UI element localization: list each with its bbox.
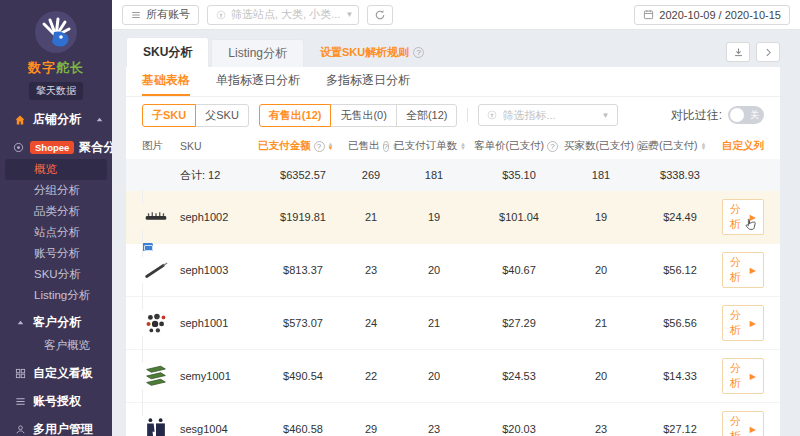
question-circle-icon: ? [383,141,389,152]
metric-value: 22 [348,370,394,382]
sold-filter-group: 有售出(12)无售出(0)全部(12) [259,104,458,127]
product-image-clothes[interactable]: 多属性 [142,402,180,436]
app-title: 数字舵长 [0,59,112,77]
metric-value: 23 [348,264,394,276]
home-icon [13,114,27,126]
column-header[interactable]: 买家数(已支付)?▲▼ [564,139,638,153]
metric-value: $27.12 [638,423,722,435]
sidebar-item-custom-dashboard[interactable]: 自定义看板 [0,362,112,385]
product-image-pen[interactable] [142,243,180,297]
calendar-icon [643,9,654,20]
collapse-panel-button[interactable] [756,42,780,62]
sidebar-item-shop-analysis[interactable]: 店铺分析 [0,108,112,131]
filter-parent-sku-button[interactable]: 父SKU [195,104,249,127]
site-filter-select[interactable]: 筛选站点, 大类, 小类... ▼ [207,5,359,25]
refresh-button[interactable] [367,5,393,25]
sidebar-item-label: 概览 [34,162,57,177]
filter-all-button[interactable]: 全部(12) [396,104,458,127]
sidebar-item-listing-analysis[interactable]: Listing分析 [0,285,112,306]
table-body: seph1002$1919.812119$101.0419$24.49分析▶se… [126,191,780,436]
sidebar-item-label: 账号授权 [33,393,81,410]
summary-row: 合计: 12$6352.57269181$35.10181$338.93 [126,159,780,191]
analyze-button[interactable]: 分析▶ [722,305,764,341]
question-circle-icon: ? [547,141,558,152]
tab-sku-analysis[interactable]: SKU分析 [126,37,209,67]
all-accounts-button[interactable]: 所有账号 [122,5,199,25]
sidebar-item-customer-overview[interactable]: 客户概览 [0,334,112,357]
sidebar-item-label: SKU分析 [34,267,81,282]
user-icon [13,424,27,435]
sidebar-item-site-analysis[interactable]: 站点分析 [0,222,112,243]
sidebar-item-label: 品类分析 [34,204,80,219]
metric-value: 24 [348,317,394,329]
sort-icon[interactable]: ▲▼ [328,142,334,151]
tab-listing-analysis[interactable]: Listing分析 [211,39,304,67]
analyze-button[interactable]: 分析▶ [722,199,764,235]
sort-icon[interactable]: ▲▼ [460,142,466,151]
sort-icon[interactable]: ▲▼ [701,142,707,151]
subtab-basic-table[interactable]: 基础表格 [142,67,190,96]
question-circle-icon: ? [314,141,325,152]
column-header[interactable]: 已支付订单数▲▼ [394,139,474,153]
divider [467,108,468,122]
filter-unsold-button[interactable]: 无售出(0) [330,104,396,127]
product-image-dots[interactable] [142,296,180,350]
subtab-multi-metric-daily[interactable]: 多指标逐日分析 [326,67,410,96]
analyze-button[interactable]: 分析▶ [722,411,764,436]
sidebar-item-sku-analysis[interactable]: SKU分析 [0,264,112,285]
sidebar-item-overview[interactable]: 概览 [5,159,107,180]
table-header: 图片SKU已支付金额?▲▼已售出?▲▼已支付订单数▲▼客单价(已支付)?买家数(… [126,133,780,159]
sidebar-item-group-analysis[interactable]: 分组分析 [0,180,112,201]
column-header: 客单价(已支付)? [474,139,564,153]
metric-value: 29 [348,423,394,435]
sidebar-item-category-analysis[interactable]: 品类分析 [0,201,112,222]
analyze-button[interactable]: 分析▶ [722,252,764,288]
metric-value: 21 [348,211,394,223]
metric-value: $101.04 [474,211,564,223]
filter-child-sku-button[interactable]: 子SKU [142,104,196,127]
eagle-logo-icon [34,10,78,54]
compare-toggle[interactable]: 关 [728,106,764,124]
metric-value: 20 [564,370,638,382]
app-window: 数字舵长 擎天数据 店铺分析Shopee聚合分析概览分组分析品类分析站点分析账号… [0,0,800,436]
funnel-icon [487,110,497,120]
summary-value: $338.93 [638,169,722,181]
metric-value: $490.54 [258,370,348,382]
date-range-button[interactable]: 2020-10-09 / 2020-10-15 [634,5,790,25]
sidebar-item-label: 账号分析 [34,246,80,261]
product-image-trimmer[interactable] [142,190,180,244]
subtab-single-metric-daily[interactable]: 单指标逐日分析 [216,67,300,96]
sidebar-item-shopee-aggregate[interactable]: Shopee聚合分析 [0,136,112,159]
filter-row: 子SKU父SKU 有售出(12)无售出(0)全部(12) 筛选指标... ▼ 对… [126,97,780,133]
sidebar-item-customer-analysis[interactable]: 客户分析 [0,311,112,334]
sidebar-item-account-auth[interactable]: 账号授权 [0,390,112,413]
chevron-right-icon [764,48,773,57]
funnel-icon [216,10,226,20]
filter-sold-button[interactable]: 有售出(12) [259,104,332,127]
sidebar-item-label: 自定义看板 [33,365,93,382]
sku-rule-link[interactable]: 设置SKU解析规则 ? [320,45,424,60]
metric-filter-select[interactable]: 筛选指标... ▼ [478,104,618,126]
download-button[interactable] [726,42,750,62]
sidebar-item-multi-user[interactable]: 多用户管理 [0,418,112,436]
content-card: 基础表格单指标逐日分析多指标逐日分析 子SKU父SKU 有售出(12)无售出(0… [126,67,780,436]
metric-value: $24.53 [474,370,564,382]
table-row: seph1003$813.372320$40.6720$56.12分析▶ [126,244,780,297]
product-image-boards[interactable] [142,349,180,403]
caret-right-icon: ▶ [750,372,756,381]
column-header[interactable]: 已售出?▲▼ [348,139,394,153]
toggle-off-text: 关 [750,109,759,122]
stacked-photos-icon [142,243,153,251]
sku-type-group: 子SKU父SKU [142,104,249,127]
metric-value: $813.37 [258,264,348,276]
column-header[interactable]: 运费(已支付)▲▼ [638,139,722,153]
caret-right-icon: ▶ [750,266,756,275]
sidebar-item-account-analysis[interactable]: 账号分析 [0,243,112,264]
refresh-icon [374,9,386,21]
metric-value: $1919.81 [258,211,348,223]
custom-columns-button[interactable]: 自定义列 [722,139,764,153]
analyze-button[interactable]: 分析▶ [722,358,764,394]
summary-value: 181 [394,169,474,181]
column-header[interactable]: 已支付金额?▲▼ [258,139,348,153]
app-title-part2: 舵长 [56,60,84,75]
